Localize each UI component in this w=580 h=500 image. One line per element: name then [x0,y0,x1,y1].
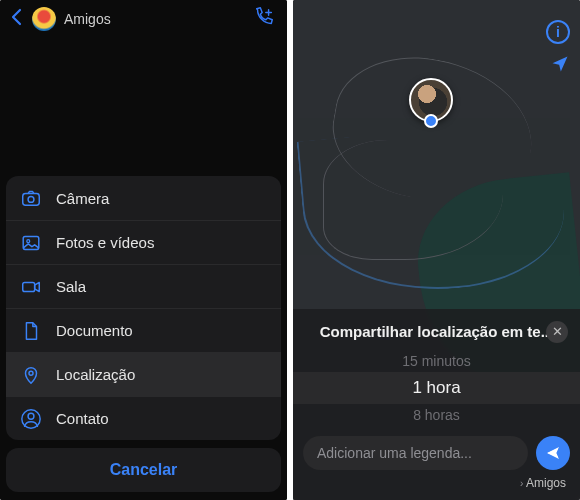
contact-icon [20,408,42,430]
svg-rect-4 [23,282,35,291]
menu-item-photos-videos[interactable]: Fotos e vídeos [6,220,281,264]
menu-item-camera[interactable]: Câmera [6,176,281,220]
right-screenshot: i Compartilhar localização em te... ✕ 15… [293,0,580,500]
location-dot-icon [424,114,438,128]
duration-option-1h[interactable]: 1 hora [293,372,580,404]
svg-rect-2 [23,236,39,249]
location-pin-icon [20,364,42,386]
user-location-pin[interactable] [409,78,453,122]
info-icon[interactable]: i [546,20,570,44]
svg-point-5 [29,371,33,375]
chat-title[interactable]: Amigos [64,11,111,27]
menu-item-label: Câmera [56,190,109,207]
attachment-sheet-wrap: Câmera Fotos e vídeos Sala Documento [6,176,281,492]
duration-option-8h[interactable]: 8 horas [293,404,580,426]
recipient-label: Amigos [526,476,566,490]
camera-icon [20,187,42,209]
svg-point-6 [28,413,34,419]
share-live-location-panel: Compartilhar localização em te... ✕ 15 m… [293,309,580,500]
duration-option-15m[interactable]: 15 minutos [293,350,580,372]
duration-picker[interactable]: 15 minutos 1 hora 8 horas [293,350,580,426]
menu-item-label: Documento [56,322,133,339]
document-icon [20,320,42,342]
menu-item-room[interactable]: Sala [6,264,281,308]
caption-row: Adicionar uma legenda... [293,426,580,472]
chat-header: Amigos [0,0,287,38]
chevron-right-icon: › [520,478,523,489]
cancel-label: Cancelar [110,461,178,479]
menu-item-label: Fotos e vídeos [56,234,154,251]
menu-item-label: Localização [56,366,135,383]
svg-point-1 [28,196,34,202]
svg-point-3 [27,239,30,242]
share-title-row: Compartilhar localização em te... ✕ [293,319,580,350]
video-room-icon [20,276,42,298]
share-title: Compartilhar localização em te... [320,323,553,340]
gallery-icon [20,232,42,254]
back-icon[interactable] [10,8,24,30]
locate-me-icon[interactable] [550,54,570,78]
svg-rect-0 [23,193,40,205]
caption-placeholder: Adicionar uma legenda... [317,445,472,461]
menu-item-label: Contato [56,410,109,427]
cancel-button[interactable]: Cancelar [6,448,281,492]
menu-item-label: Sala [56,278,86,295]
new-call-icon[interactable] [253,6,275,32]
menu-item-document[interactable]: Documento [6,308,281,352]
send-icon [545,445,561,461]
group-avatar[interactable] [32,7,56,31]
close-icon[interactable]: ✕ [546,321,568,343]
menu-item-contact[interactable]: Contato [6,396,281,440]
menu-item-location[interactable]: Localização [6,352,281,396]
caption-input[interactable]: Adicionar uma legenda... [303,436,528,470]
recipient-row[interactable]: › Amigos [293,472,580,490]
left-screenshot: Amigos Câmera Fotos e vídeos [0,0,287,500]
send-button[interactable] [536,436,570,470]
attachment-menu: Câmera Fotos e vídeos Sala Documento [6,176,281,440]
